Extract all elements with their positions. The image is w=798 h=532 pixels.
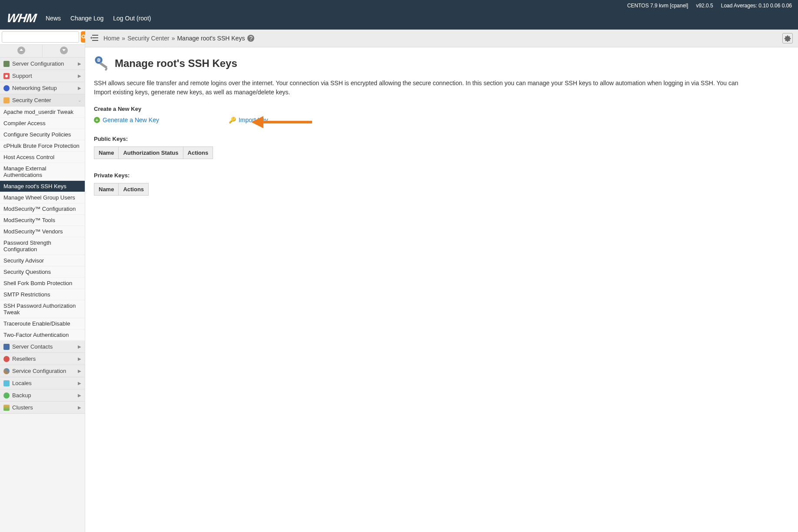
clusters-icon [3,405,10,411]
sidebar-item[interactable]: Password Strength Configuration [0,237,85,255]
help-icon[interactable]: ? [247,35,254,42]
lock-icon [3,97,10,103]
contacts-icon [3,344,10,350]
search-input[interactable] [2,31,79,43]
sidebar-item[interactable]: Configure Security Policies [0,129,85,140]
nav-news[interactable]: News [46,15,61,22]
public-keys-label: Public Keys: [94,136,789,142]
locales-icon [3,380,10,386]
table-header-actions: Actions [119,183,149,196]
hamburger-icon [90,35,98,41]
sidebar-group-clusters[interactable]: Clusters ▶ [0,402,85,414]
sidebar-group-resellers[interactable]: Resellers ▶ [0,353,85,365]
os-info: CENTOS 7.9 kvm [cpanel] [627,3,688,9]
ssh-key-icon: SSH [94,55,110,72]
menu-toggle-button[interactable] [90,35,98,42]
sidebar-group-support[interactable]: Support ▶ [0,70,85,82]
sidebar-item[interactable]: Host Access Control [0,152,85,163]
version-info: v92.0.5 [696,3,713,9]
settings-button[interactable] [782,33,793,43]
collapse-up-button[interactable] [0,45,43,57]
sidebar-group-backup[interactable]: Backup ▶ [0,389,85,402]
sidebar-group-label: Backup [12,392,31,399]
resellers-icon [3,356,10,362]
chevron-down-icon: ⌄ [78,98,81,103]
sidebar-group-server-contacts[interactable]: Server Contacts ▶ [0,341,85,353]
sidebar-item[interactable]: Two-Factor Authentication [0,329,85,341]
sidebar-group-service-config[interactable]: Service Configuration ▶ [0,365,85,377]
service-icon [3,368,10,374]
sidebar-item[interactable]: ModSecurity™ Configuration [0,203,85,215]
sidebar-item[interactable]: Manage External Authentications [0,163,85,181]
sidebar-group-server-config[interactable]: Server Configuration ▶ [0,58,85,70]
sidebar-group-label: Service Configuration [12,368,66,374]
table-header-name: Name [94,147,119,159]
breadcrumb-separator: » [122,35,125,42]
create-key-label: Create a New Key [94,106,789,112]
chevron-right-icon: ▶ [78,369,81,373]
sidebar-item[interactable]: ModSecurity™ Tools [0,215,85,226]
breadcrumb-bar: Home » Security Center » Manage root's S… [85,30,798,47]
support-icon [3,73,10,79]
chevron-right-icon: ▶ [78,356,81,361]
annotation-arrow [251,115,312,130]
status-bar: CENTOS 7.9 kvm [cpanel] v92.0.5 Load Ave… [0,0,798,11]
top-nav: WHM News Change Log Log Out (root) [0,11,798,30]
sidebar-item[interactable]: Manage Wheel Group Users [0,192,85,203]
sidebar-item[interactable]: Compiler Access [0,118,85,129]
network-icon [3,85,10,91]
sidebar-item[interactable]: Apache mod_userdir Tweak [0,106,85,118]
sidebar-item[interactable]: ModSecurity™ Vendors [0,226,85,237]
sidebar-group-label: Resellers [12,356,36,362]
sidebar-item[interactable]: Manage root's SSH Keys [0,181,85,192]
breadcrumb-separator: » [172,35,175,42]
sidebar: Server Configuration ▶ Support ▶ Network… [0,30,85,532]
private-keys-label: Private Keys: [94,172,789,179]
sidebar-group-security-center[interactable]: Security Center ⌄ [0,94,85,106]
chevron-right-icon: ▶ [78,344,81,349]
sidebar-item[interactable]: Security Questions [0,266,85,278]
sidebar-group-label: Clusters [12,404,33,411]
chevron-up-icon [17,47,25,54]
collapse-down-button[interactable] [43,45,85,57]
load-averages: Load Averages: 0.10 0.06 0.06 [721,3,792,9]
generate-link-label: Generate a New Key [103,116,159,123]
nav-changelog[interactable]: Change Log [70,15,103,22]
sidebar-item[interactable]: SMTP Restrictions [0,289,85,300]
table-header-auth: Authorization Status [119,147,183,159]
sidebar-group-label: Server Contacts [12,343,53,350]
sidebar-group-label: Support [12,73,32,79]
key-icon: 🔑 [229,116,236,123]
page-description: SSH allows secure file transfer and remo… [94,79,746,97]
nav-logout[interactable]: Log Out (root) [113,15,151,22]
sidebar-group-networking[interactable]: Networking Setup ▶ [0,82,85,94]
chevron-right-icon: ▶ [78,61,81,66]
chevron-right-icon: ▶ [78,86,81,90]
chevron-right-icon: ▶ [78,393,81,398]
svg-marker-9 [251,116,263,128]
table-header-name: Name [94,183,119,196]
chevron-right-icon: ▶ [78,73,81,78]
gear-icon [784,35,791,42]
sidebar-item[interactable]: cPHulk Brute Force Protection [0,140,85,152]
svg-text:SSH: SSH [96,59,101,61]
chevron-down-icon [60,47,68,54]
sidebar-group-label: Locales [12,380,32,386]
sidebar-group-locales[interactable]: Locales ▶ [0,377,85,389]
svg-point-0 [82,35,85,38]
sidebar-item[interactable]: Security Advisor [0,255,85,266]
chevron-right-icon: ▶ [78,405,81,410]
breadcrumb-section[interactable]: Security Center [127,35,169,42]
sidebar-item[interactable]: SSH Password Authorization Tweak [0,300,85,318]
breadcrumb-home[interactable]: Home [103,35,120,42]
generate-new-key-link[interactable]: + Generate a New Key [94,116,159,123]
server-icon [3,61,10,67]
whm-logo[interactable]: WHM [6,11,37,25]
topbar: CENTOS 7.9 kvm [cpanel] v92.0.5 Load Ave… [0,0,798,30]
breadcrumb-current: Manage root's SSH Keys [177,35,245,42]
sidebar-item[interactable]: Shell Fork Bomb Protection [0,278,85,289]
sidebar-item[interactable]: Traceroute Enable/Disable [0,318,85,329]
table-header-actions: Actions [183,147,213,159]
chevron-right-icon: ▶ [78,381,81,386]
backup-icon [3,392,10,399]
